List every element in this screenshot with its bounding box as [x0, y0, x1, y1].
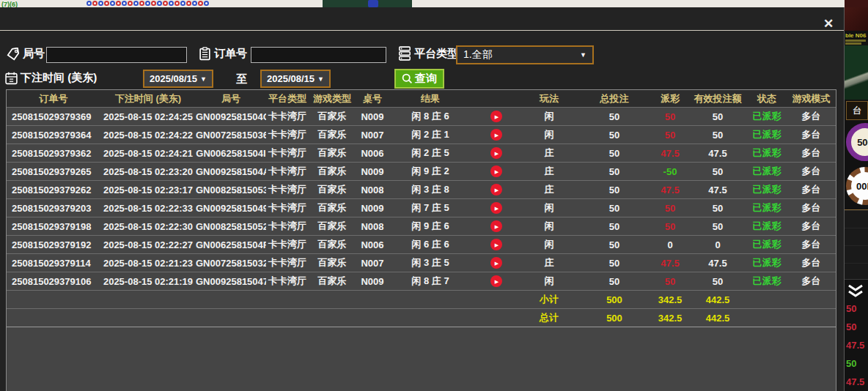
cell-play-type: 闲 [521, 275, 577, 288]
cell-game-mode: 多台 [787, 165, 836, 178]
search-icon [402, 73, 413, 84]
cell-total-bet: 50 [577, 166, 652, 177]
cell-table-no: N009 [356, 166, 389, 177]
col-result: 结果 [389, 92, 471, 105]
table-row: 250815029379369 2025-08-15 02:24:25 GN00… [7, 107, 836, 125]
chip-500[interactable]: 500 [846, 123, 868, 161]
background-table-felt [323, 0, 412, 7]
cell-status: 已派彩 [747, 165, 787, 178]
cell-valid-bet: 47.5 [688, 185, 747, 196]
replay-play-icon[interactable]: ▶ [490, 111, 502, 122]
cell-platform: 卡卡湾厅 [266, 220, 309, 233]
cell-total-bet: 50 [577, 276, 652, 287]
cell-order-no: 250815029379364 [7, 130, 100, 141]
cell-round-no: GN00825815053 [196, 185, 266, 196]
cell-game-mode: 多台 [787, 256, 836, 269]
col-total-bet: 总投注 [577, 92, 652, 105]
background-info-line [845, 40, 866, 42]
background-amount: 47.5 [846, 376, 868, 391]
cell-result: 闲 8 庄 7 [389, 275, 471, 288]
platform-type-select[interactable]: 1.全部 ▼ [456, 45, 594, 64]
background-amount: 50 [846, 303, 868, 321]
background-amount: 50 [846, 358, 868, 376]
cell-table-no: N007 [356, 130, 389, 141]
bet-history-modal: ✕ 局号 订单号 平台类型 [0, 7, 845, 391]
cell-result: 闲 8 庄 6 [389, 110, 471, 123]
cell-platform: 卡卡湾厅 [266, 146, 309, 160]
cell-game-type: 百家乐 [309, 220, 356, 233]
cell-total-bet: 50 [577, 111, 652, 122]
query-button[interactable]: 查询 [394, 69, 444, 89]
replay-play-icon[interactable]: ▶ [490, 165, 502, 177]
roadmap-dot [139, 1, 144, 6]
filter-bar: 局号 订单号 平台类型 1.全部 ▼ [0, 35, 844, 89]
cell-status: 已派彩 [747, 128, 787, 141]
date-from-value: 2025/08/15 [150, 73, 197, 84]
date-to-select[interactable]: 2025/08/15 ▼ [260, 70, 331, 88]
cell-valid-bet: 50 [688, 111, 747, 122]
cell-total-bet: 50 [577, 239, 652, 250]
cell-bet-time: 2025-08-15 02:22:27 [100, 239, 196, 250]
cell-game-mode: 多台 [787, 201, 836, 215]
cell-game-type: 百家乐 [309, 165, 356, 178]
cell-round-no: GN0062581504I [196, 148, 266, 159]
subtotal-total-bet: 500 [577, 294, 652, 305]
cell-round-no: GN00725815032 [196, 258, 266, 269]
replay-play-icon[interactable]: ▶ [490, 239, 502, 250]
cell-result: 闲 9 庄 6 [389, 220, 471, 233]
roadmap-dot [174, 1, 180, 6]
background-blue-logo [368, 0, 378, 7]
replay-play-icon[interactable]: ▶ [490, 184, 502, 196]
round-number-input[interactable] [46, 47, 187, 63]
platform-type-label: 平台类型 [414, 47, 458, 61]
chip-100k[interactable]: 00K [846, 167, 868, 205]
total-total-bet: 500 [577, 313, 652, 324]
order-number-input[interactable] [251, 47, 386, 63]
cell-round-no: GN0062581504F [196, 239, 266, 250]
background-bet-amounts: 505047.55047.5 [846, 303, 868, 391]
replay-play-icon[interactable]: ▶ [490, 202, 502, 214]
total-valid-bet: 442.5 [688, 313, 747, 324]
cell-total-bet: 50 [577, 148, 652, 159]
col-play-type: 玩法 [521, 92, 577, 105]
roadmap-dot [163, 1, 168, 6]
roadmap-dot [116, 1, 121, 6]
col-valid-bet: 有效投注额 [688, 92, 747, 105]
cell-status: 已派彩 [747, 183, 787, 196]
roadmap-dot [87, 1, 92, 6]
cell-payout: 50 [652, 276, 688, 287]
cell-order-no: 250815029379262 [7, 185, 100, 196]
cell-order-no: 250815029379369 [7, 111, 100, 122]
table-row: 250815029379364 2025-08-15 02:24:22 GN00… [7, 125, 836, 144]
col-bet-time: 下注时间 (美东) [100, 92, 196, 105]
cell-total-bet: 50 [577, 185, 652, 196]
cell-valid-bet: 50 [688, 203, 747, 214]
replay-play-icon[interactable]: ▶ [490, 147, 502, 159]
cell-table-no: N008 [356, 221, 389, 232]
table-row: 250815029379362 2025-08-15 02:24:21 GN00… [7, 144, 836, 162]
cell-result: 闲 7 庄 5 [389, 201, 471, 215]
cell-table-no: N009 [356, 111, 389, 122]
cell-order-no: 250815029379192 [7, 239, 100, 250]
cell-result: 闲 6 庄 6 [389, 238, 471, 251]
cell-status: 已派彩 [747, 110, 787, 123]
date-from-select[interactable]: 2025/08/15 ▼ [143, 70, 213, 88]
table-row: 250815029379106 2025-08-15 02:21:19 GN00… [7, 272, 836, 290]
cell-round-no: GN0092581504C [196, 111, 266, 122]
cell-bet-time: 2025-08-15 02:21:23 [100, 258, 196, 269]
cell-round-no: GN00925815047 [196, 276, 266, 287]
replay-play-icon[interactable]: ▶ [490, 220, 502, 232]
subtotal-label: 小计 [521, 293, 577, 306]
roadmap-dot [157, 1, 162, 6]
replay-play-icon[interactable]: ▶ [490, 129, 502, 141]
roadmap-dot [204, 1, 209, 6]
replay-play-icon[interactable]: ▶ [490, 275, 502, 287]
round-number-label: 局号 [23, 47, 45, 61]
total-row: 总计 500 342.5 442.5 [7, 308, 836, 327]
replay-play-icon[interactable]: ▶ [490, 257, 502, 269]
cell-bet-time: 2025-08-15 02:22:30 [100, 221, 196, 232]
cell-status: 已派彩 [747, 146, 787, 160]
cell-bet-time: 2025-08-15 02:24:22 [100, 130, 196, 141]
cell-status: 已派彩 [747, 201, 787, 215]
cell-round-no: GN0092581504A [196, 166, 266, 177]
